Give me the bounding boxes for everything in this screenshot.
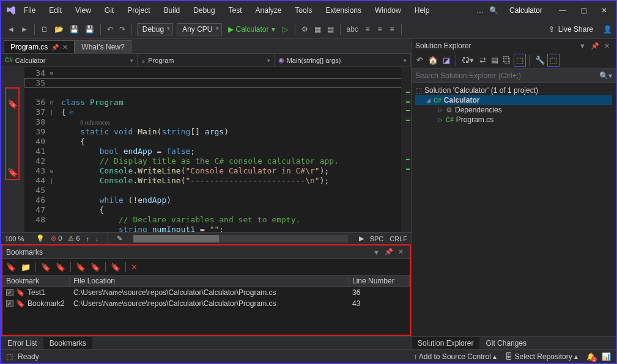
scope-method[interactable]: ◉Main(string[] args) <box>275 54 411 67</box>
se-dropdown-icon[interactable]: ▼ <box>577 42 588 49</box>
project-node[interactable]: Calculator <box>444 96 480 104</box>
se-wrench-icon[interactable]: 🔧 <box>533 54 547 66</box>
bk-disable-icon[interactable]: 🔖 <box>111 263 120 272</box>
scope-class[interactable]: ⬨Program <box>138 54 274 67</box>
add-source-control[interactable]: ↑ Add to Source Control ▴ <box>413 352 497 361</box>
h-scrollbar[interactable] <box>133 235 348 242</box>
nav-up-icon[interactable]: ↑ <box>86 235 90 242</box>
se-preview-icon[interactable]: ⬚ <box>548 54 559 66</box>
bk-next-folder-icon[interactable]: 🔖 <box>91 263 100 272</box>
lightbulb-icon[interactable]: 💡 <box>36 235 45 242</box>
tool-icon-4[interactable]: abc <box>344 23 361 35</box>
se-close-icon[interactable]: ✕ <box>602 42 612 50</box>
search-icon[interactable]: 🔍▾ <box>599 71 612 80</box>
se-showall-icon[interactable]: ⿻ <box>501 54 513 66</box>
start-debugging-button[interactable]: ▶ Calculator ▾ <box>224 24 279 35</box>
tab-program-cs[interactable]: Program.cs 📌 ✕ <box>4 40 75 53</box>
menu-window[interactable]: Window <box>369 4 407 17</box>
solution-tree[interactable]: ⬚ Solution 'Calculator' (1 of 1 project)… <box>412 83 616 336</box>
tab-solution-explorer[interactable]: Solution Explorer <box>412 337 479 349</box>
deps-node[interactable]: Dependencies <box>455 106 502 114</box>
tool-icon-1[interactable]: ⚙ <box>299 23 311 35</box>
col-line[interactable]: Line Number <box>349 275 410 286</box>
file-node[interactable]: Program.cs <box>456 115 493 124</box>
menu-help[interactable]: Help <box>409 4 435 17</box>
configuration-combo[interactable]: Debug <box>137 23 173 35</box>
feedback-icon[interactable]: 📊 <box>602 352 611 361</box>
menu-view[interactable]: View <box>70 4 97 17</box>
undo-icon[interactable]: ↶ <box>105 23 116 35</box>
se-sync-icon[interactable]: 🗘▾ <box>460 54 476 66</box>
solution-search[interactable]: 🔍▾ <box>412 68 616 83</box>
close-tab-icon[interactable]: ✕ <box>62 43 68 51</box>
bk-delete-icon[interactable]: ✕ <box>131 263 138 272</box>
tab-bookmarks[interactable]: Bookmarks <box>43 337 92 349</box>
se-collapse-icon[interactable]: ⬚ <box>514 54 525 66</box>
pin-icon[interactable]: 📌 <box>51 44 59 51</box>
menu-edit[interactable]: Edit <box>43 4 67 17</box>
menu-debug[interactable]: Debug <box>188 4 220 17</box>
menu-build[interactable]: Build <box>158 4 186 17</box>
new-project-icon[interactable]: 🗋 <box>39 23 51 35</box>
error-count[interactable]: ⊗ 0 <box>51 235 62 242</box>
menu-overflow-icon[interactable]: … <box>474 4 486 16</box>
col-bookmark[interactable]: Bookmark <box>2 275 70 286</box>
se-switch-icon[interactable]: ⇄ <box>477 54 488 66</box>
redo-icon[interactable]: ↷ <box>117 23 128 35</box>
menu-extensions[interactable]: Extensions <box>320 4 367 17</box>
code-editor[interactable]: 343536373839404142434445464748 ⊟⊟|⊟| cla… <box>24 67 411 232</box>
panel-pin-icon[interactable]: 📌 <box>382 248 396 256</box>
warning-count[interactable]: ⚠ 6 <box>68 235 79 242</box>
tool-icon-2[interactable]: ▦ <box>312 23 323 35</box>
bookmark-icon[interactable]: 🔖 <box>7 99 18 109</box>
scope-project[interactable]: C#Calculator <box>1 54 138 67</box>
bk-toggle-icon[interactable]: 🔖 <box>6 263 16 272</box>
indent-mode[interactable]: SPC <box>370 235 384 242</box>
bk-folder-icon[interactable]: 📁 <box>21 263 31 272</box>
nav-back-icon[interactable]: ◄ <box>5 23 17 35</box>
zoom-level[interactable]: 100 % <box>5 235 30 242</box>
bk-prev-icon[interactable]: 🔖 <box>41 263 51 272</box>
menu-project[interactable]: Project <box>122 4 155 17</box>
menu-tools[interactable]: Tools <box>289 4 317 17</box>
se-files-icon[interactable]: ▤ <box>489 54 500 66</box>
tab-git-changes[interactable]: Git Changes <box>479 337 533 349</box>
solution-search-input[interactable] <box>415 71 599 80</box>
bookmark-margin[interactable]: 🔖 🔖 <box>1 67 24 232</box>
open-icon[interactable]: 📂 <box>52 23 66 35</box>
liveshare-label[interactable]: Live Share <box>558 25 593 34</box>
nav-down-icon[interactable]: ↓ <box>95 235 99 242</box>
scroll-right-icon[interactable]: ▶ <box>359 235 364 242</box>
tool-icon-6[interactable]: ≡ <box>374 23 385 35</box>
maximize-button[interactable]: ▢ <box>577 6 590 15</box>
panel-dropdown-icon[interactable]: ▼ <box>371 249 382 256</box>
bookmark-row[interactable]: 🔖 Test1C:\Users\Name\source\repos\Calcul… <box>2 287 410 298</box>
output-icon[interactable]: ⬚ <box>6 352 13 361</box>
menu-analyze[interactable]: Analyze <box>250 4 287 17</box>
start-without-debug-icon[interactable]: ▷ <box>280 23 291 35</box>
select-repository[interactable]: 🗄 Select Repository ▴ <box>505 352 578 361</box>
close-button[interactable]: ✕ <box>597 6 611 15</box>
notifications-icon[interactable]: 🔔1 <box>586 352 596 361</box>
account-icon[interactable]: 👤 <box>603 25 612 34</box>
panel-close-icon[interactable]: ✕ <box>396 248 406 256</box>
bk-next-icon[interactable]: 🔖 <box>56 263 65 272</box>
menu-git[interactable]: Git <box>99 4 119 17</box>
pen-icon[interactable]: ✎ <box>117 235 122 242</box>
search-button[interactable]: 🔍 <box>487 4 501 17</box>
tool-icon-3[interactable]: ▤ <box>325 23 336 35</box>
save-all-icon[interactable]: 💾 <box>83 23 97 35</box>
se-back-icon[interactable]: ↶ <box>414 54 425 66</box>
solution-node[interactable]: Solution 'Calculator' (1 of 1 project) <box>424 86 538 95</box>
col-file[interactable]: File Location <box>70 275 349 286</box>
se-pin-icon[interactable]: 📌 <box>588 42 602 50</box>
liveshare-icon[interactable]: ⇪ <box>549 25 555 34</box>
bookmark-row[interactable]: 🔖 Bookmark2C:\Users\Name\source\repos\Ca… <box>2 298 410 309</box>
platform-combo[interactable]: Any CPU <box>177 23 221 35</box>
bookmark-icon[interactable]: 🔖 <box>7 167 18 177</box>
se-vs-icon[interactable]: ◪ <box>441 54 452 66</box>
menu-test[interactable]: Test <box>223 4 248 17</box>
line-ending[interactable]: CRLF <box>390 235 407 242</box>
tab-whats-new[interactable]: What's New? <box>75 40 131 53</box>
tab-error-list[interactable]: Error List <box>1 337 43 349</box>
